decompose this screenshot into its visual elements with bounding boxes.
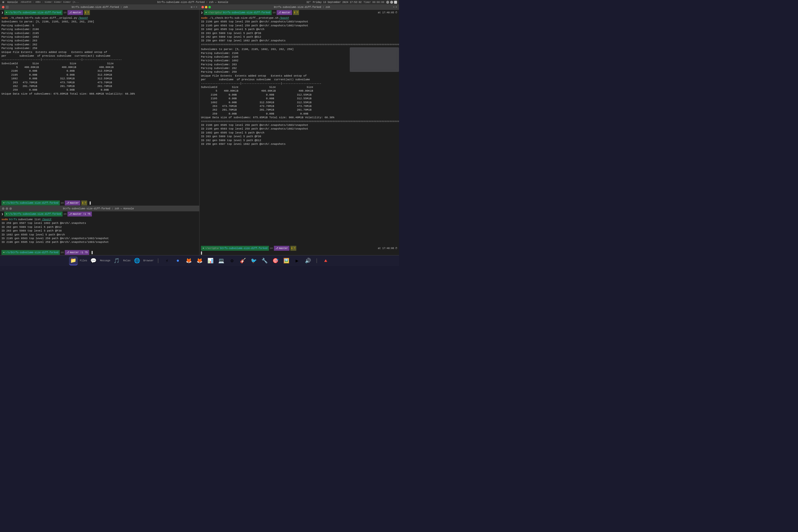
term-right-title: btrfs-subvolume-size-diff-forked : zsh (211, 6, 393, 8)
scripts-label2: ~/scripts/ (205, 247, 220, 250)
target-icon: 🎯 (272, 258, 279, 264)
twitter-icon: 🐦 (251, 258, 257, 264)
taskbar-twitter[interactable]: 🐦 (249, 256, 258, 265)
taskbar-firefox[interactable]: 🦊 (184, 256, 193, 265)
top-bar-title: btrfs-subvolume-size-diff-forked : zsh —… (157, 1, 228, 4)
konsole-label[interactable]: Konsole (7, 1, 18, 4)
close-button[interactable] (2, 6, 4, 8)
taskbar-guitar[interactable]: 🎸 (239, 256, 247, 265)
volume-icon: 🔊 (305, 258, 311, 264)
taskbar-chart[interactable]: 📊 (206, 256, 215, 265)
prompt-bl2-user: ➜ ~/s/btrfs-subvolume-size-diff-forked (1, 250, 60, 255)
output-bl: ID 259 gen 6507 top level 1692 path @Arc… (1, 222, 198, 244)
taskbar-app2[interactable]: ● (173, 256, 182, 265)
prompt-right-user: ➜ ~/scripts/btrfs-subvolume-size-diff-fo… (204, 10, 272, 15)
term-right-prompt2: ➜ ~/scripts/btrfs-subvolume-size-diff-fo… (200, 246, 399, 251)
dot3 (10, 207, 12, 210)
prompt-on: on (63, 11, 66, 14)
taskbar-relax[interactable]: 🎵 (112, 256, 121, 265)
term-controls (2, 6, 8, 8)
app2-icon: ● (176, 258, 179, 264)
blur-overlay (350, 47, 399, 72)
top-bar: 🖥 Konsole AbbaVEVO - ABBA - Gimme! Gimme… (0, 0, 399, 4)
term-right-body[interactable]: sudo ./1_check-btrfs-sub-size-diff__prot… (200, 15, 399, 246)
prompt-right2-branch: ⎇ master (274, 246, 289, 251)
prompt-info: ℹ ? (84, 10, 90, 15)
taskbar-message[interactable]: 💬 (89, 256, 98, 265)
taskbar-media[interactable]: ▶️ (292, 256, 302, 265)
prompt-bl2-branch: ⎇ master !1 ?5 (65, 250, 89, 255)
taskbar: 📁 Files 💬 Message 🎵 Relax 🌐 Browser | ⚡ … (0, 255, 399, 266)
terminal-icon: 💻 (218, 258, 224, 264)
term-bottom-left-title: btrfs-subvolume-size-diff-forked : zsh —… (12, 207, 185, 210)
prompt2-branch: ⎇ master (65, 201, 80, 205)
taskbar-photo[interactable]: 🖼️ (282, 256, 291, 265)
term-bottom-left-titlebar: btrfs-subvolume-size-diff-forked : zsh —… (0, 206, 199, 211)
chart-icon: 📊 (207, 258, 213, 264)
top-bar-left: 🖥 Konsole AbbaVEVO - ABBA - Gimme! Gimme… (2, 1, 79, 4)
taskbar-files-label: Files (80, 259, 87, 262)
prompt-arrow2: ❯ (1, 212, 3, 216)
top-bar-right: 32° Friday 13 September 2024 17:52:32 Ti… (306, 1, 397, 4)
close-icon[interactable]: × (196, 6, 197, 8)
term-top-left-title: btrfs-subvolume-size-diff-forked : zsh (8, 6, 191, 8)
taskbar-app1[interactable]: ⚡ (163, 256, 171, 265)
taskbar-volume[interactable]: 🔊 (303, 256, 312, 265)
term-bottom-left-prompt: ❯ ➜ ~/s/btrfs-subvolume-size-diff-forked… (0, 211, 199, 217)
close-right[interactable] (202, 6, 204, 8)
clock-icon2: ⏱ (395, 247, 398, 250)
tray-icons (386, 1, 397, 4)
taskbar-files[interactable]: 📁 (69, 256, 78, 265)
dot1 (2, 207, 4, 210)
right-output2: ID 2196 gen 6505 top level 259 path @Arc… (201, 124, 398, 146)
prompt-right-branch: ⎇ master (277, 10, 292, 15)
term-top-left-prompt2: ➜ ~/s/btrfs-subvolume-size-diff-forked o… (0, 200, 199, 206)
term-top-left-titlebar: btrfs-subvolume-size-diff-forked : zsh ⊞… (0, 4, 199, 10)
split-icon[interactable]: ⊞ (191, 6, 192, 8)
prompt-arrow-char: ❯ (1, 11, 3, 15)
right-sep2: ########################################… (201, 120, 398, 124)
music-label: AbbaVEVO - ABBA - Gimme! Gimme! Gimme! (… (21, 1, 79, 3)
terminals-container: btrfs-subvolume-size-diff-forked : zsh ⊞… (0, 4, 399, 255)
taskbar-target[interactable]: 🎯 (271, 256, 280, 265)
browser-icon: 🌐 (134, 258, 140, 264)
taskbar-terminal[interactable]: 💻 (217, 256, 226, 265)
term-top-left-prompt: ❯ ➜ ~/s/btrfs-subvolume-size-diff-forked… (0, 10, 199, 15)
taskbar-firefox2[interactable]: 🦊 (195, 256, 204, 265)
clock-icon: ⏱ (395, 11, 398, 14)
timestamp2: at 17:48:06 ⏱ (378, 247, 398, 250)
cmd-line-bl: sudo btrfs subvolume list /bootF (1, 218, 198, 222)
taskbar-tool[interactable]: 🔧 (260, 256, 269, 265)
prompt-bl-branch: ⎇ master !1 ?5 (68, 212, 92, 216)
relax-icon: 🎵 (114, 258, 120, 264)
taskbar-browser-label: Browser (143, 259, 154, 262)
term-right-titlebar: btrfs-subvolume-size-diff-forked : zsh +… (200, 4, 399, 10)
cmd-right: sudo ./1_check-btrfs-sub-size-diff__prot… (201, 16, 398, 20)
prompt2-user-host: ➜ ~/s/btrfs-subvolume-size-diff-forked (1, 201, 60, 205)
prompt-right-scripts: ~/scripts/ (207, 11, 222, 14)
timestamp1: at 17:48:05 ⏱ (378, 11, 398, 14)
firefox-icon: 🦊 (186, 258, 192, 264)
term-bottom-controls (2, 207, 12, 210)
term-bottom-left-body[interactable]: sudo btrfs subvolume list /bootF ID 259 … (0, 217, 199, 250)
guitar-icon: 🎸 (240, 258, 246, 264)
close-right-x[interactable]: × (396, 6, 397, 8)
command-line: sudo ./0_check-btrfs-sub-size-diff__orig… (1, 16, 198, 20)
term-top-left-body[interactable]: sudo ./0_check-btrfs-sub-size-diff__orig… (0, 15, 199, 200)
branch-icon: ⎇ (69, 11, 72, 14)
media-icon: ▶️ (296, 258, 299, 264)
output-text: Subvolumes to parse: [5, 2196, 2195, 169… (1, 20, 198, 96)
taskbar-settings[interactable]: ⚙️ (228, 256, 236, 265)
add-tab-icon[interactable]: + (193, 6, 195, 8)
files-icon: 📁 (70, 258, 76, 264)
term-bottom-left-prompt2: ➜ ~/s/btrfs-subvolume-size-diff-forked o… (0, 250, 199, 255)
taskbar-expand[interactable]: 🔺 (321, 256, 330, 265)
arrow-icon: ➜ (6, 11, 7, 14)
datetime: Friday 13 September 2024 17:52:32 (313, 1, 362, 4)
taskbar-browser-item[interactable]: 🌐 (133, 256, 141, 265)
add-tab-right[interactable]: + (393, 6, 395, 8)
right-cursor: ▋ (201, 252, 203, 255)
right-title-right: + × (393, 6, 397, 8)
term-right: btrfs-subvolume-size-diff-forked : zsh +… (200, 4, 399, 255)
top-bar-center: btrfs-subvolume-size-diff-forked : zsh —… (157, 1, 228, 4)
